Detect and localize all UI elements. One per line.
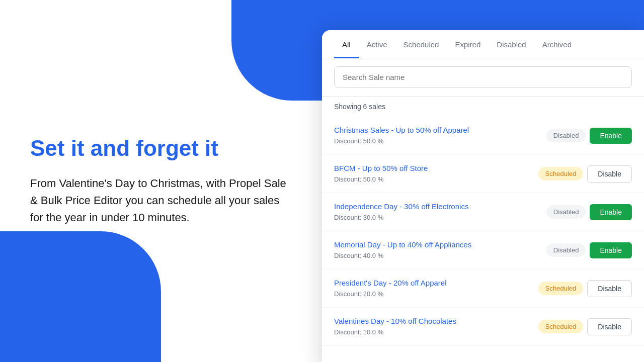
sale-item: Valentines Day - 10% off Chocolates Disc… [322,308,644,346]
sale-actions: Scheduled Disable [538,280,632,297]
sale-name[interactable]: BFCM - Up to 50% off Store [334,164,538,172]
sales-count: Showing 6 sales [322,97,644,117]
sale-actions: Disabled Enable [546,204,632,220]
description: From Valentine's Day to Christmas, with … [30,175,292,226]
search-input[interactable] [334,66,632,88]
sale-discount: Discount: 50.0 % [334,137,383,145]
tab-all[interactable]: All [334,30,359,58]
sale-name[interactable]: Independence Day - 30% off Electronics [334,202,546,211]
tab-expired[interactable]: Expired [447,30,489,58]
sale-info: President's Day - 20% off Apparel Discou… [334,279,538,298]
status-badge: Scheduled [538,167,583,180]
sale-info: Independence Day - 30% off Electronics D… [334,202,546,222]
sale-discount: Discount: 10.0 % [334,328,383,336]
sale-discount: Discount: 30.0 % [334,214,383,221]
sale-actions: Disabled Enable [546,242,632,258]
sale-info: Memorial Day - Up to 40% off Appliances … [334,240,546,260]
sales-list: Christmas Sales - Up to 50% off Apparel … [322,117,644,362]
disable-button[interactable]: Disable [587,165,632,183]
sale-actions: Scheduled Disable [538,165,632,183]
sale-item: President's Day - 20% off Apparel Discou… [322,269,644,308]
enable-button[interactable]: Enable [590,204,632,220]
status-badge: Disabled [546,129,586,142]
sale-actions: Scheduled Disable [538,318,632,335]
sale-discount: Discount: 40.0 % [334,252,383,259]
disable-button[interactable]: Disable [587,280,632,297]
sale-actions: Disabled Enable [546,128,632,144]
status-badge: Disabled [546,243,586,257]
sale-info: BFCM - Up to 50% off Store Discount: 50.… [334,164,538,184]
tab-disabled[interactable]: Disabled [489,30,534,58]
sale-item: Christmas Sales - Up to 50% off Apparel … [322,117,644,155]
enable-button[interactable]: Enable [590,128,632,144]
left-panel: Set it and forget it From Valentine's Da… [0,0,322,362]
status-badge: Scheduled [538,320,583,333]
tab-active[interactable]: Active [359,30,395,58]
sale-name[interactable]: Christmas Sales - Up to 50% off Apparel [334,126,546,134]
sale-item: Memorial Day - Up to 40% off Appliances … [322,231,644,269]
search-container [322,58,644,97]
sale-discount: Discount: 50.0 % [334,175,383,183]
right-panel: All Active Scheduled Expired Disabled Ar… [322,30,644,362]
tab-scheduled[interactable]: Scheduled [395,30,447,58]
sale-item: Independence Day - 30% off Electronics D… [322,193,644,231]
headline: Set it and forget it [30,136,292,161]
status-badge: Scheduled [538,282,583,295]
sale-info: Valentines Day - 10% off Chocolates Disc… [334,317,538,336]
tab-archived[interactable]: Archived [534,30,580,58]
sale-item: BFCM - Up to 50% off Store Discount: 50.… [322,155,644,193]
sale-name[interactable]: President's Day - 20% off Apparel [334,279,538,287]
tabs-container: All Active Scheduled Expired Disabled Ar… [322,30,644,58]
sale-name[interactable]: Memorial Day - Up to 40% off Appliances [334,240,546,249]
sale-name[interactable]: Valentines Day - 10% off Chocolates [334,317,538,325]
sale-info: Christmas Sales - Up to 50% off Apparel … [334,126,546,145]
sale-discount: Discount: 20.0 % [334,290,383,298]
status-badge: Disabled [546,205,586,219]
enable-button[interactable]: Enable [590,242,632,258]
disable-button[interactable]: Disable [587,318,632,335]
